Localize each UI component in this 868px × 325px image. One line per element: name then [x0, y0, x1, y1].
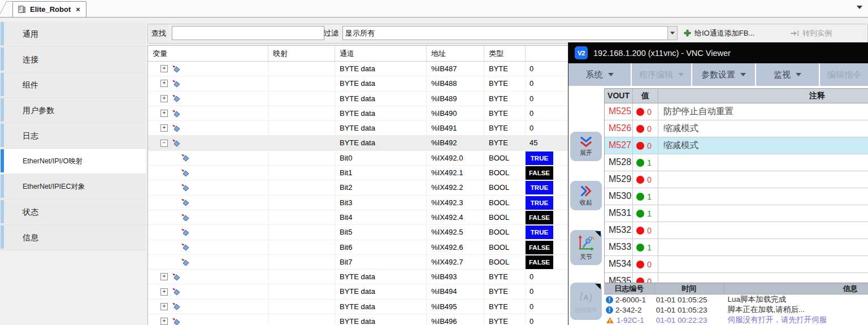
column-address[interactable]: 地址 — [427, 46, 484, 61]
expand-button[interactable]: 展开 — [570, 132, 602, 161]
input-channel-icon — [171, 139, 180, 147]
filter-label: 过滤 — [322, 24, 341, 42]
value-indicator — [636, 176, 644, 184]
vout-row[interactable]: M525 0 防护停止自动重置 — [605, 103, 868, 120]
expand-toggle[interactable]: + — [160, 110, 168, 117]
tab-list-dropdown-icon[interactable] — [857, 6, 862, 9]
vnc-viewer-window: V2 192.168.1.200 (x11vnc) - VNC Viewer 系… — [568, 42, 868, 325]
sidebar-item-log[interactable]: 日志 — [0, 123, 146, 149]
input-channel-icon — [180, 198, 189, 206]
vnc-title-bar[interactable]: V2 192.168.1.200 (x11vnc) - VNC Viewer — [568, 42, 868, 63]
value-indicator — [636, 210, 644, 218]
bool-value-badge: TRUE — [526, 226, 553, 239]
vout-row-selected[interactable]: M527 0 缩减模式 — [605, 137, 868, 154]
value-indicator — [636, 227, 644, 235]
cycle-arrows-icon: A — [578, 289, 594, 306]
accent-strip — [1, 149, 4, 172]
collapse-toggle[interactable]: − — [160, 140, 168, 147]
find-input[interactable] — [172, 26, 324, 40]
device-editor-sidebar: 通用 连接 组件 用户参数 日志 EtherNet/IPI/O映射 EtherN… — [0, 21, 146, 325]
hmi-menu-bar: 系统 程序编辑 参数设置 监视 编辑指令 — [568, 63, 868, 86]
find-label: 查找 — [149, 24, 168, 42]
chevron-down-icon — [678, 73, 684, 76]
continuous-cycle-button[interactable]: A 连续循环 — [570, 283, 602, 320]
expand-toggle[interactable]: + — [160, 124, 168, 132]
expand-toggle[interactable]: + — [160, 273, 168, 280]
input-channel-icon — [171, 273, 180, 281]
goto-instance-button[interactable]: 转到实例 — [785, 24, 836, 42]
info-icon: ! — [606, 306, 613, 314]
vout-row[interactable]: M532 0 — [605, 222, 868, 239]
sidebar-item-ethernetip-iec-objects[interactable]: EtherNet/IPIEC对象 — [0, 174, 146, 200]
input-channel-icon — [180, 214, 189, 222]
input-channel-icon — [171, 80, 180, 88]
input-channel-icon — [171, 302, 180, 310]
sidebar-item-connection[interactable]: 连接 — [0, 47, 146, 72]
log-table-header: 日志编号 时间 信息 — [604, 283, 868, 294]
add-fb-button[interactable]: 给IO通道添加FB... — [679, 24, 759, 42]
expand-toggle[interactable]: + — [160, 303, 168, 310]
filter-dropdown[interactable]: 显示所有 — [342, 26, 671, 40]
channel-value: 0 — [526, 272, 533, 281]
log-row[interactable]: !2-6000-1 01-01 01:05:25 Lua脚本加载完成 — [604, 294, 868, 305]
vout-row[interactable]: M529 0 — [605, 171, 868, 188]
menu-parameter-settings[interactable]: 参数设置 — [692, 63, 755, 86]
vout-row[interactable]: M528 1 — [605, 154, 868, 171]
expand-toggle[interactable]: + — [160, 80, 168, 87]
chevron-down-icon — [796, 73, 801, 76]
bool-value-badge: FALSE — [526, 211, 553, 224]
bool-value-badge: FALSE — [526, 241, 553, 254]
plus-icon — [684, 29, 691, 37]
vout-row[interactable]: M530 1 — [605, 188, 868, 205]
double-chevron-down-icon — [578, 136, 594, 148]
joint-mode-button[interactable]: 关节 — [570, 230, 602, 265]
sidebar-item-information[interactable]: 信息 — [0, 225, 146, 250]
menu-program-edit[interactable]: 程序编辑 — [632, 63, 691, 86]
accent-strip — [1, 22, 4, 45]
menu-monitor[interactable]: 监视 — [756, 63, 819, 86]
expand-toggle[interactable]: + — [160, 288, 168, 296]
column-variable[interactable]: 变量 — [148, 46, 268, 61]
sidebar-item-status[interactable]: 状态 — [0, 200, 146, 225]
vout-row[interactable]: M534 0 — [605, 256, 868, 273]
expand-toggle[interactable]: + — [160, 65, 168, 72]
goto-arrow-icon — [790, 29, 799, 37]
sidebar-item-user-params[interactable]: 用户参数 — [0, 98, 146, 123]
tab-close-icon[interactable]: × — [76, 5, 80, 14]
tab-substrip — [0, 18, 868, 21]
chevron-down-icon — [608, 73, 614, 76]
log-row[interactable]: !2-342-2 01-01 01:05:23 脚本正在加载,请稍后... — [604, 305, 868, 315]
accent-strip — [1, 175, 4, 198]
column-mapping[interactable]: 映射 — [268, 46, 335, 61]
expand-toggle[interactable]: + — [160, 95, 168, 102]
value-indicator — [636, 244, 644, 252]
sidebar-item-components[interactable]: 组件 — [0, 72, 146, 98]
bool-value-badge: TRUE — [526, 151, 553, 165]
input-channel-icon — [180, 184, 189, 192]
accent-strip — [1, 73, 4, 96]
vout-row[interactable]: M531 1 — [605, 205, 868, 222]
sidebar-item-general[interactable]: 通用 — [0, 21, 146, 47]
menu-edit-instruction[interactable]: 编辑指令 — [820, 63, 868, 86]
expand-toggle[interactable]: + — [160, 318, 168, 325]
column-channel[interactable]: 通道 — [335, 46, 427, 61]
vout-row[interactable]: M533 1 — [605, 239, 868, 256]
column-type[interactable]: 类型 — [484, 46, 526, 61]
vout-table-header: VOUT 值 注释 — [605, 89, 868, 103]
tab-elite-robot[interactable]: Elite_Robot × — [12, 1, 86, 17]
vnc-logo-icon: V2 — [575, 46, 588, 59]
log-row-warning[interactable]: 1-92C-1 01-01 00:22:23 伺服没有打开，请先打开伺服 — [604, 315, 868, 325]
vout-row[interactable]: M526 0 缩减模式 — [605, 120, 868, 137]
input-channel-icon — [171, 124, 180, 132]
value-indicator — [636, 261, 644, 268]
sidebar-item-ethernetip-io-mapping[interactable]: EtherNet/IPI/O映射 — [0, 149, 146, 174]
bool-value-badge: FALSE — [526, 166, 553, 180]
input-channel-icon — [171, 110, 180, 118]
channel-value: 0 — [526, 317, 533, 325]
value-indicator — [636, 108, 644, 116]
collapse-button[interactable]: 收起 — [570, 181, 602, 210]
value-indicator — [636, 193, 644, 201]
menu-system[interactable]: 系统 — [568, 63, 631, 86]
filter-dropdown-arrow-icon[interactable] — [667, 26, 678, 40]
channel-value: 0 — [526, 287, 533, 296]
